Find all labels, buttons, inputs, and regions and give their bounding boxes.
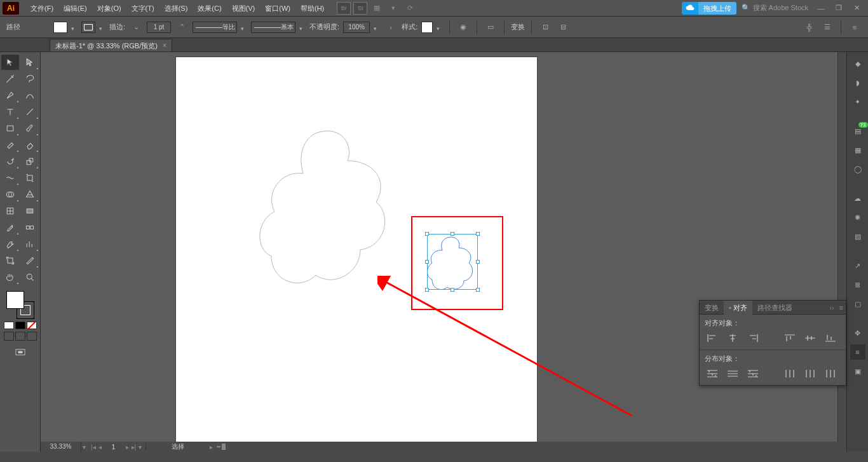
panel-properties-icon[interactable]: ◆ xyxy=(850,56,865,71)
selected-object[interactable] xyxy=(427,234,478,290)
slice-tool[interactable] xyxy=(21,253,39,268)
tab-pathfinder[interactable]: 路径查找器 xyxy=(752,301,797,315)
panel-swatches-icon[interactable]: ◯ xyxy=(850,161,865,177)
panel-layers-icon[interactable]: ≣ xyxy=(850,277,865,292)
canvas-area[interactable]: 33.33% ▾ |◂ ◂ 1 ▸ ▸| ▾ 选择 ▸ xyxy=(41,52,846,452)
shaper-tool[interactable] xyxy=(1,137,19,153)
sync-icon[interactable]: ⟳ xyxy=(403,2,417,15)
close-tab-icon[interactable]: × xyxy=(163,39,166,52)
color-mode[interactable] xyxy=(4,322,14,329)
window-minimize[interactable]: — xyxy=(815,3,827,13)
draw-inside[interactable] xyxy=(27,332,37,341)
symbol-sprayer-tool[interactable] xyxy=(1,236,19,252)
recolor-icon[interactable]: ◉ xyxy=(456,20,470,34)
menu-view[interactable]: 视图(V) xyxy=(227,0,261,17)
panel-cloud-icon[interactable]: ☁ xyxy=(850,191,865,206)
handle-tm[interactable] xyxy=(451,232,454,236)
menu-edit[interactable]: 编辑(E) xyxy=(58,0,92,17)
h-scroll[interactable] xyxy=(217,444,369,450)
menu-file[interactable]: 文件(F) xyxy=(25,0,58,17)
panel-shape-icon[interactable]: ◗ xyxy=(850,75,865,90)
dist-top[interactable] xyxy=(705,367,720,380)
stroke-swatch[interactable] xyxy=(81,22,95,33)
panel-symbols-icon[interactable]: ▧ xyxy=(850,229,865,244)
perspective-tool[interactable] xyxy=(21,187,39,202)
dropdown-icon[interactable]: ▾ xyxy=(386,2,400,15)
panel-color-icon[interactable]: ▦ xyxy=(850,142,865,158)
draw-normal[interactable] xyxy=(4,332,14,341)
handle-tl[interactable] xyxy=(425,232,429,236)
blend-tool[interactable] xyxy=(21,220,39,235)
window-restore[interactable]: ❐ xyxy=(832,3,845,13)
artboard-tool[interactable] xyxy=(1,253,19,268)
panel-libraries-icon[interactable]: ✦ xyxy=(850,94,865,109)
tab-transform[interactable]: 变换 xyxy=(700,301,724,315)
align-vcenter[interactable] xyxy=(803,332,818,344)
handle-bl[interactable] xyxy=(425,288,429,292)
ctrl-r2-icon[interactable]: ☰ xyxy=(820,20,834,34)
fill-swatch[interactable] xyxy=(53,22,67,33)
nav-next-icon[interactable]: ▸ xyxy=(126,444,129,451)
isolate2-icon[interactable]: ⊟ xyxy=(556,20,570,34)
artboard-number[interactable]: 1 xyxy=(104,444,123,451)
column-graph-tool[interactable] xyxy=(21,236,39,252)
stroke-profile[interactable]: 等比 xyxy=(193,22,237,33)
stroke-up-stepper[interactable]: ⌃ xyxy=(175,20,189,34)
none-mode[interactable] xyxy=(27,322,37,329)
zoom-tool[interactable] xyxy=(21,269,39,285)
bridge-icon[interactable]: Br xyxy=(337,2,351,15)
upload-button[interactable]: 拖拽上传 xyxy=(698,2,736,15)
isolate-icon[interactable]: ⊡ xyxy=(538,20,552,34)
ctrl-r3-icon[interactable]: ≡ xyxy=(848,20,862,34)
handle-bm[interactable] xyxy=(451,288,454,292)
arrange-icon[interactable]: ▦ xyxy=(370,2,384,15)
search-stock-field[interactable]: 🔍 搜索 Adobe Stock xyxy=(742,3,808,13)
panel-transform-icon[interactable]: ✥ xyxy=(850,325,865,341)
opacity-dropdown[interactable] xyxy=(374,24,380,31)
align-hcenter[interactable] xyxy=(725,332,740,344)
handle-ml[interactable] xyxy=(425,260,429,264)
nav-first-icon[interactable]: |◂ xyxy=(91,444,96,451)
width-tool[interactable] xyxy=(1,170,19,186)
tab-align[interactable]: ◦ 对齐 xyxy=(724,301,752,315)
lasso-tool[interactable] xyxy=(21,71,39,86)
menu-window[interactable]: 窗口(W) xyxy=(260,0,295,17)
shape-builder-tool[interactable] xyxy=(1,187,19,202)
panel-brushes-icon[interactable]: ✺ xyxy=(850,210,865,225)
dist-left[interactable] xyxy=(782,367,797,380)
graphic-style-swatch[interactable] xyxy=(421,22,433,33)
align-icon[interactable]: ▭ xyxy=(484,20,498,34)
window-close[interactable]: ✕ xyxy=(850,3,863,13)
dist-right[interactable] xyxy=(823,367,838,380)
direct-selection-tool[interactable] xyxy=(21,55,39,70)
zoom-level[interactable]: 33.33% xyxy=(41,442,81,452)
mesh-tool[interactable] xyxy=(1,203,19,219)
draw-behind[interactable] xyxy=(15,332,25,341)
eyedropper-tool[interactable] xyxy=(1,220,19,235)
opacity-input[interactable]: 100% xyxy=(343,22,370,33)
panel-collapse-icon[interactable]: ›› xyxy=(827,304,836,311)
opacity-popup-icon[interactable]: › xyxy=(384,20,398,34)
profile-dropdown[interactable] xyxy=(241,24,247,31)
hand-tool[interactable] xyxy=(1,269,19,285)
align-right[interactable] xyxy=(745,332,761,344)
brush-dropdown[interactable] xyxy=(299,24,306,31)
zoom-dropdown[interactable]: ▾ xyxy=(81,444,87,451)
panel-menu-icon[interactable]: ≡ xyxy=(837,304,846,311)
dist-bottom[interactable] xyxy=(745,367,761,380)
screen-mode[interactable] xyxy=(1,344,39,361)
menu-object[interactable]: 对象(O) xyxy=(92,0,126,17)
gradient-tool[interactable] xyxy=(21,203,39,219)
paintbrush-tool[interactable] xyxy=(21,121,39,136)
menu-select[interactable]: 选择(S) xyxy=(159,0,193,17)
panel-align-icon[interactable]: ≡ xyxy=(850,344,865,360)
eraser-tool[interactable] xyxy=(21,137,39,153)
line-tool[interactable] xyxy=(21,104,39,119)
stroke-down-stepper[interactable]: ⌄ xyxy=(129,20,143,34)
rotate-tool[interactable] xyxy=(1,154,19,169)
align-top[interactable] xyxy=(782,332,797,344)
nav-prev-icon[interactable]: ◂ xyxy=(98,444,102,451)
style-dropdown[interactable] xyxy=(437,24,443,31)
status-play-icon[interactable]: ▸ xyxy=(210,444,213,451)
transform-label[interactable]: 变换 xyxy=(511,22,525,32)
